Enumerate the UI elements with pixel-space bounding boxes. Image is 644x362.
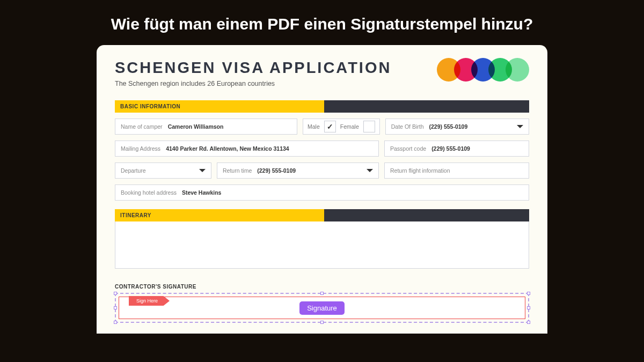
passport-field[interactable]: Passport code (229) 555-0109 — [384, 141, 529, 157]
resize-handle[interactable] — [114, 292, 117, 295]
check-icon: ✓ — [327, 122, 333, 131]
resize-handle[interactable] — [114, 321, 117, 324]
mailing-address-field[interactable]: Mailing Address 4140 Parker Rd. Allentow… — [115, 141, 379, 157]
signature-section-label: CONTRACTOR'S SIGNATURE — [115, 284, 529, 290]
return-time-field[interactable]: Return time (229) 555-0109 — [217, 162, 379, 179]
return-flight-field[interactable]: Return flight information — [384, 162, 529, 179]
name-field[interactable]: Name of camper Cameron Williamson — [115, 119, 297, 135]
logo-circles — [437, 58, 529, 82]
resize-handle[interactable] — [320, 321, 324, 324]
male-checkbox[interactable]: ✓ — [324, 121, 336, 132]
resize-handle[interactable] — [527, 306, 530, 309]
resize-handle[interactable] — [527, 292, 530, 295]
signature-selection-area[interactable]: Sign Here Signature — [115, 293, 529, 323]
doc-subtitle: The Schengen region includes 26 European… — [115, 80, 391, 87]
chevron-down-icon — [199, 169, 206, 172]
sign-here-tag: Sign Here — [129, 296, 170, 306]
dob-field[interactable]: Date Of Birth (229) 555-0109 — [385, 119, 529, 135]
chevron-down-icon — [367, 169, 373, 172]
itinerary-box[interactable] — [115, 221, 529, 269]
departure-field[interactable]: Departure — [115, 162, 211, 179]
female-checkbox[interactable] — [363, 121, 375, 132]
resize-handle[interactable] — [320, 292, 324, 295]
resize-handle[interactable] — [527, 321, 530, 324]
signature-button[interactable]: Signature — [299, 301, 345, 315]
gender-field: Male ✓ Female — [303, 119, 380, 135]
section-itinerary: ITINERARY — [115, 209, 529, 221]
section-basic-info: BASIC INFORMATION — [115, 100, 529, 113]
doc-title: SCHENGEN VISA APPLICATION — [115, 59, 391, 77]
pdf-document: SCHENGEN VISA APPLICATION The Schengen r… — [97, 45, 547, 334]
resize-handle[interactable] — [114, 306, 117, 309]
chevron-down-icon — [517, 125, 523, 128]
booking-field[interactable]: Booking hotel address Steve Hawkins — [115, 184, 529, 201]
signature-input[interactable]: Sign Here Signature — [119, 297, 525, 319]
page-title: Wie fügt man einem PDF einen Signaturste… — [0, 0, 644, 45]
